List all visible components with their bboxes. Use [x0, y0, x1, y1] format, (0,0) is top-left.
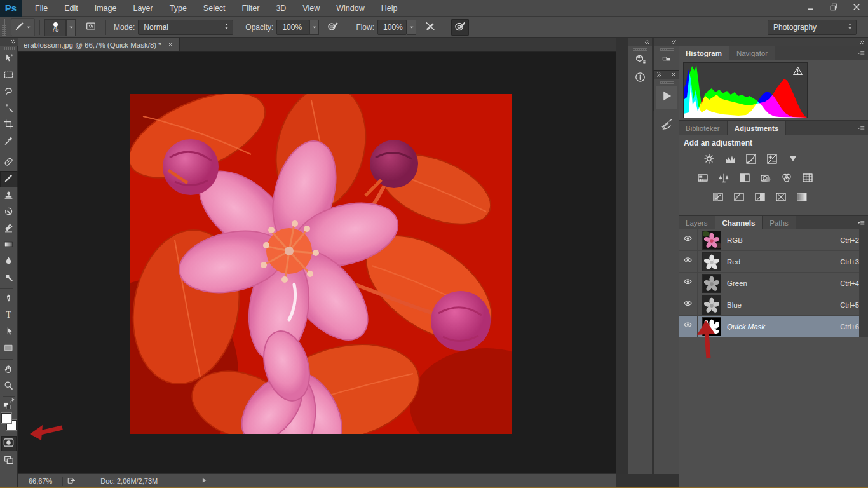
eraser-tool[interactable] — [0, 220, 18, 237]
eyedropper-tool[interactable] — [0, 133, 18, 150]
clone-source-panel-button[interactable] — [656, 51, 677, 69]
channel-mixer-icon[interactable] — [779, 172, 794, 184]
channel-thumbnail[interactable] — [703, 318, 721, 336]
channel-row-blue[interactable]: BlueCtrl+5 — [679, 294, 868, 316]
tab-channels[interactable]: Channels — [715, 216, 763, 229]
channel-thumbnail[interactable] — [703, 253, 721, 271]
opacity-select[interactable]: 100% — [276, 20, 309, 35]
menu-help[interactable]: Help — [373, 0, 406, 17]
color-swatches[interactable] — [1, 412, 17, 433]
hand-tool[interactable] — [0, 362, 18, 378]
channel-visibility-toggle[interactable] — [679, 251, 698, 273]
menu-edit[interactable]: Edit — [56, 0, 86, 17]
channel-thumbnail[interactable] — [703, 274, 721, 292]
channel-visibility-toggle[interactable] — [679, 229, 698, 251]
status-zoom-field[interactable]: 66,67% — [18, 477, 58, 485]
vibrance-icon[interactable] — [785, 152, 801, 165]
selective-color-icon[interactable] — [794, 191, 810, 203]
menu-filter[interactable]: Filter — [234, 0, 268, 17]
tab-libraries[interactable]: Biblioteker — [679, 121, 728, 135]
minimize-button[interactable] — [799, 1, 822, 15]
panel-menu-icon[interactable] — [857, 49, 865, 60]
info-panel-button[interactable] — [630, 69, 650, 87]
channel-thumbnail[interactable] — [703, 296, 721, 314]
tab-layers[interactable]: Layers — [679, 216, 715, 229]
channel-visibility-toggle[interactable] — [679, 273, 698, 294]
posterize-icon[interactable] — [731, 191, 747, 203]
strip-grip[interactable] — [633, 48, 647, 51]
menu-type[interactable]: Type — [161, 0, 195, 17]
move-tool[interactable] — [0, 51, 18, 67]
menu-layer[interactable]: Layer — [125, 0, 161, 17]
type-tool[interactable]: T — [0, 308, 18, 324]
status-menu-arrow-icon[interactable] — [200, 476, 208, 486]
color-balance-icon[interactable] — [716, 172, 731, 184]
foreground-color-swatch[interactable] — [1, 413, 11, 423]
flow-select[interactable]: 100% — [377, 20, 407, 35]
menu-view[interactable]: View — [294, 0, 328, 17]
channels-scrollbar-gutter[interactable] — [859, 229, 868, 337]
flow-dropdown-button[interactable] — [407, 20, 416, 35]
screen-mode-button[interactable] — [1, 454, 17, 469]
brush-tool[interactable] — [0, 171, 18, 187]
properties-panel-button[interactable] — [630, 51, 650, 69]
opacity-dropdown-button[interactable] — [309, 20, 319, 35]
cached-data-warning-icon[interactable] — [792, 65, 803, 79]
menu-3d[interactable]: 3D — [268, 0, 294, 17]
channel-thumbnail[interactable] — [703, 231, 721, 249]
brush-preset-preview[interactable]: 75 — [44, 19, 66, 36]
menu-select[interactable]: Select — [195, 0, 234, 17]
black-white-icon[interactable] — [737, 172, 752, 184]
workspace-switcher[interactable]: Photography — [768, 20, 857, 35]
dodge-tool[interactable] — [0, 270, 18, 287]
exposure-icon[interactable] — [764, 152, 780, 165]
invert-icon[interactable] — [710, 191, 726, 203]
blend-mode-select[interactable]: Normal — [138, 20, 233, 35]
tools-grip[interactable] — [2, 47, 16, 50]
actions-panel-header[interactable] — [654, 71, 679, 79]
channel-row-green[interactable]: GreenCtrl+4 — [679, 273, 868, 294]
quick-mask-mode-button[interactable] — [1, 436, 17, 451]
crop-tool[interactable] — [0, 117, 18, 133]
channel-row-red[interactable]: RedCtrl+3 — [679, 251, 868, 273]
menu-file[interactable]: File — [27, 0, 56, 17]
airbrush-button[interactable] — [421, 19, 439, 36]
photo-filter-icon[interactable] — [758, 172, 773, 184]
lasso-tool[interactable] — [0, 84, 18, 100]
channel-row-rgb[interactable]: RGBCtrl+2 — [679, 229, 868, 251]
healing-brush-tool[interactable] — [0, 154, 18, 171]
strip-grip[interactable] — [660, 48, 674, 51]
tool-preset-picker[interactable] — [11, 18, 35, 36]
hue-saturation-icon[interactable] — [695, 172, 710, 184]
channel-visibility-toggle[interactable] — [679, 316, 698, 337]
gradient-tool[interactable] — [0, 237, 18, 254]
canvas-viewport[interactable] — [18, 52, 616, 473]
strip-header[interactable] — [628, 38, 652, 46]
brightness-contrast-icon[interactable] — [702, 152, 717, 165]
threshold-icon[interactable] — [752, 191, 768, 203]
tab-histogram[interactable]: Histogram — [679, 46, 729, 60]
marquee-tool[interactable] — [0, 67, 18, 84]
menu-window[interactable]: Window — [328, 0, 372, 17]
pressure-size-button[interactable] — [451, 19, 469, 36]
curves-icon[interactable] — [743, 152, 759, 165]
blur-tool[interactable] — [0, 254, 18, 270]
close-tab-icon[interactable] — [166, 41, 174, 50]
restore-button[interactable] — [822, 1, 845, 15]
levels-icon[interactable] — [722, 152, 738, 165]
shape-tool[interactable] — [0, 341, 18, 357]
swap-colors-button[interactable] — [0, 399, 18, 410]
brush-preset-dropdown-button[interactable] — [66, 19, 76, 36]
menu-image[interactable]: Image — [86, 0, 125, 17]
path-selection-tool[interactable] — [0, 324, 18, 341]
tab-paths[interactable]: Paths — [763, 216, 796, 229]
play-action-button[interactable] — [656, 86, 677, 109]
strip-header[interactable] — [654, 38, 679, 46]
quick-selection-tool[interactable] — [0, 100, 18, 117]
close-icon[interactable] — [670, 69, 677, 81]
tab-navigator[interactable]: Navigator — [729, 46, 775, 60]
tools-panel-header[interactable] — [0, 38, 18, 46]
zoom-tool[interactable] — [0, 378, 18, 395]
canvas-image[interactable] — [130, 94, 512, 434]
actions-grip[interactable] — [660, 81, 674, 84]
